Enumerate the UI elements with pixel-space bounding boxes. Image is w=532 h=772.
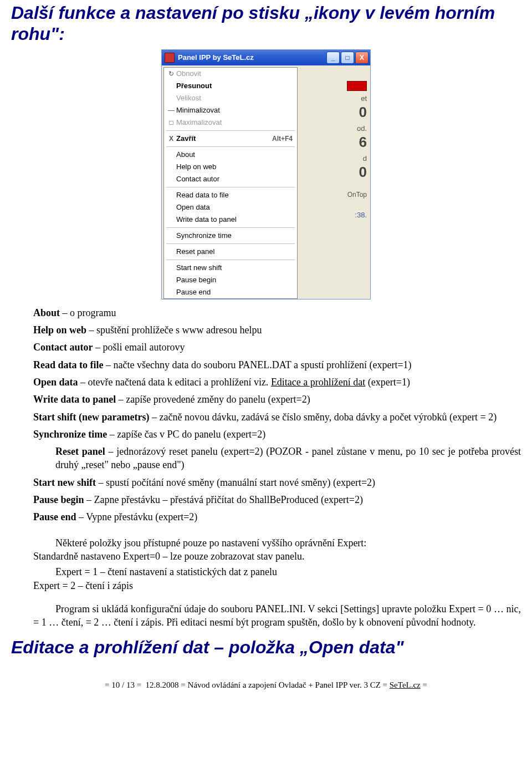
- menu-item-label: Pause begin: [176, 276, 216, 284]
- minimize-button[interactable]: _: [326, 52, 340, 64]
- menu-separator: [166, 130, 295, 131]
- definition-item: Help on web – spuštění prohlížeče s www …: [33, 323, 521, 337]
- window-panel-ipp: Panel IPP by SeTeL.cz _ □ X ↻ObnovitPřes…: [161, 49, 371, 299]
- definition-item: Write data to panel – zapíše provedené z…: [33, 393, 521, 406]
- menu-definitions-list: About – o programuHelp on web – spuštění…: [33, 306, 521, 524]
- expert-notes-block: Některé položky jsou přístupné pouze po …: [33, 536, 521, 629]
- menu-separator: [166, 227, 295, 228]
- menu-separator: [166, 146, 295, 147]
- definition-text: – zapíše čas v PC do panelu (expert=2): [107, 429, 265, 440]
- menu-item-about[interactable]: About: [164, 149, 297, 161]
- menu-item-read-data-to-file[interactable]: Read data to file: [164, 189, 297, 201]
- menu-item-label: Zavřít: [176, 134, 196, 143]
- definition-text: – o programu: [60, 307, 116, 318]
- menu-item-label: Help on web: [176, 162, 216, 171]
- definition-text: – Vypne přestávku (expert=2): [76, 511, 198, 522]
- definition-item: Synchronize time – zapíše čas v PC do pa…: [33, 428, 521, 441]
- menu-item-velikost: Velikost: [164, 92, 297, 104]
- menu-item-write-data-to-panel[interactable]: Write data to panel: [164, 214, 297, 226]
- menu-item-reset-panel[interactable]: Reset panel: [164, 246, 297, 258]
- footer-page-current: 10: [111, 680, 120, 689]
- expert-line-2b: Expert = 2 – čtení i zápis: [33, 580, 133, 591]
- menu-item-label: Reset panel: [176, 247, 214, 256]
- definition-item: Read data to file – načte všechny data d…: [33, 358, 521, 372]
- menu-item-label: Přesunout: [176, 82, 212, 90]
- definition-item: About – o programu: [33, 306, 521, 319]
- window-background-panel: et 0 od. 6 d 0 OnTop :38.: [298, 65, 370, 299]
- menu-item-help-on-web[interactable]: Help on web: [164, 161, 297, 173]
- menu-item-label: Write data to panel: [176, 215, 237, 224]
- menu-item-pause-begin[interactable]: Pause begin: [164, 274, 297, 286]
- menu-item-p-esunout[interactable]: Přesunout: [164, 80, 297, 92]
- definition-text: – spustí počítání nové směny (manuální s…: [96, 477, 375, 488]
- definition-term: Help on web: [33, 324, 86, 336]
- menu-item-minimalizovat[interactable]: —Minimalizovat: [164, 104, 297, 116]
- maximize-button[interactable]: □: [341, 52, 354, 64]
- system-menu-screenshot: Panel IPP by SeTeL.cz _ □ X ↻ObnovitPřes…: [11, 49, 521, 299]
- definition-term: Start shift (new parametrs): [33, 412, 149, 423]
- menu-item-obnovit: ↻Obnovit: [164, 68, 297, 80]
- status-indicator-red: [347, 81, 367, 91]
- menu-item-contact-autor[interactable]: Contact autor: [164, 173, 297, 185]
- definition-text: – načte všechny data do souboru PANEL.DA…: [103, 359, 411, 370]
- bg-label-3: d: [301, 154, 367, 162]
- page-heading-2: Editace a prohlížení dat – položka „Open…: [11, 637, 521, 658]
- definition-text: – zapíše provedené změny do panelu (expe…: [116, 394, 310, 405]
- definition-term: About: [33, 307, 60, 318]
- menu-item-start-new-shift[interactable]: Start new shift: [164, 262, 297, 274]
- window-title: Panel IPP by SeTeL.cz: [178, 53, 326, 62]
- definition-term: Contact autor: [33, 342, 93, 353]
- menu-item-label: Velikost: [176, 94, 201, 102]
- menu-separator: [166, 243, 295, 244]
- definition-item: Open data – otevře načtená data k editac…: [33, 375, 521, 389]
- menu-item-label: Minimalizovat: [176, 106, 220, 114]
- menu-separator: [166, 187, 295, 187]
- menu-item-label: About: [176, 150, 195, 159]
- definition-text: – pošli email autorovy: [93, 342, 185, 353]
- definition-term: Read data to file: [33, 359, 103, 370]
- menu-item-pause-end[interactable]: Pause end: [164, 286, 297, 298]
- menu-item-label: Pause end: [176, 288, 211, 296]
- menu-item-synchronize-time[interactable]: Synchronize time: [164, 230, 297, 242]
- app-icon: [165, 53, 175, 63]
- definition-item: Pause begin – Zapne přestávku – přestává…: [33, 493, 521, 506]
- close-button[interactable]: X: [355, 52, 369, 64]
- system-menu: ↻ObnovitPřesunoutVelikost—Minimalizovat□…: [163, 67, 298, 299]
- menu-item-shortcut: Alt+F4: [272, 135, 293, 143]
- definition-text: – otevře načtená data k editaci a prohlí…: [78, 377, 271, 388]
- definition-term: Synchronize time: [33, 429, 107, 440]
- expert-line-2a: Expert = 1 – čtení nastavení a statistic…: [55, 566, 277, 577]
- menu-item-label: Obnovit: [176, 69, 201, 78]
- menu-item-label: Open data: [176, 203, 210, 211]
- menu-item-label: Synchronize time: [176, 231, 232, 240]
- footer-link[interactable]: SeTeL.cz: [390, 680, 421, 689]
- menu-item-icon: —: [166, 106, 176, 114]
- menu-item-label: Maximalizovat: [176, 118, 222, 126]
- definition-text-after: (expert=1): [365, 377, 410, 388]
- definition-item: Contact autor – pošli email autorovy: [33, 341, 521, 354]
- ontop-label: OnTop: [301, 191, 367, 199]
- definition-item: Reset panel – jednorázový reset panelu (…: [33, 445, 521, 472]
- footer-date: 12.8.2008: [146, 680, 179, 689]
- menu-item-icon: ↻: [166, 70, 176, 78]
- expert-line-1b: Standardně nastaveno Expert=0 – lze pouz…: [33, 551, 304, 562]
- bg-label-2: od.: [301, 124, 367, 133]
- menu-item-label: Start new shift: [176, 263, 222, 272]
- page-heading-1: Další funkce a nastavení po stisku „ikon…: [11, 2, 521, 45]
- bg-label-1: et: [301, 94, 367, 103]
- time-fragment: :38.: [301, 211, 367, 219]
- definition-link: Editace a prohlížení dat: [271, 377, 365, 388]
- expert-line-1a: Některé položky jsou přístupné pouze po …: [55, 537, 366, 548]
- bg-value-1: 0: [301, 104, 367, 121]
- menu-item-open-data[interactable]: Open data: [164, 201, 297, 214]
- definition-item: Start shift (new parametrs) – začně novo…: [33, 410, 521, 424]
- menu-item-maximalizovat: □Maximalizovat: [164, 116, 297, 129]
- definition-term: Write data to panel: [33, 394, 116, 405]
- definition-text: – začně novou dávku, zadává se číslo smě…: [149, 412, 497, 423]
- menu-item-label: Read data to file: [176, 191, 229, 199]
- bg-value-3: 0: [301, 164, 367, 181]
- menu-item-zav-t[interactable]: XZavřítAlt+F4: [164, 133, 297, 145]
- definition-term: Start new shift: [33, 477, 96, 488]
- bg-value-2: 6: [301, 134, 367, 151]
- definition-term: Open data: [33, 377, 78, 388]
